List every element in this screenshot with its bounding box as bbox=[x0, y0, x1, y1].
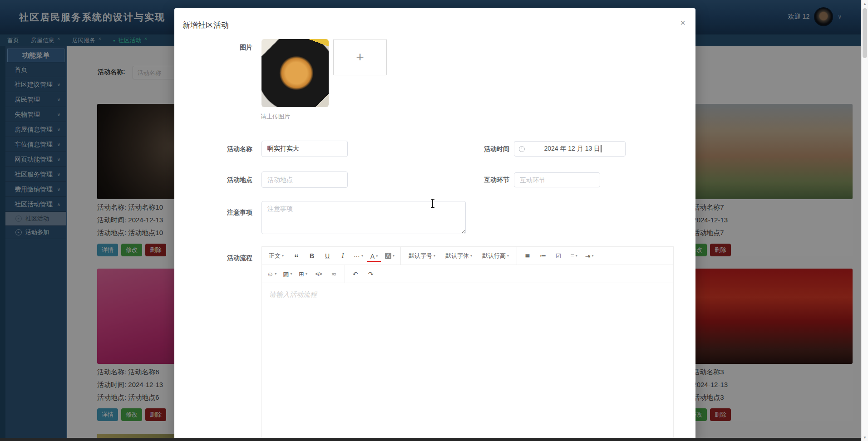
dropdown-arrow-icon: ▾ bbox=[576, 254, 577, 258]
page-scrollbar[interactable]: ▲ ▼ bbox=[861, 0, 868, 441]
line-height-dropdown[interactable]: 默认行高 ▾ bbox=[478, 249, 513, 263]
dropdown-arrow-icon: ▾ bbox=[507, 254, 509, 258]
italic-icon[interactable]: I bbox=[336, 249, 350, 263]
divider-icon[interactable]: ≂ bbox=[327, 267, 341, 281]
toolbar-glyph: ≡ bbox=[571, 252, 574, 260]
toolbar-glyph: ≂ bbox=[331, 270, 337, 278]
plus-icon: + bbox=[356, 49, 364, 65]
insert-image-dropdown[interactable]: ▨ ▾ bbox=[281, 267, 294, 281]
time-field-label: 活动时间 bbox=[456, 141, 509, 157]
dropdown-arrow-icon: ▾ bbox=[275, 272, 276, 276]
clock-icon bbox=[519, 146, 525, 152]
toolbar-glyph: ▨ bbox=[283, 270, 289, 278]
toolbar-glyph: A bbox=[385, 253, 391, 259]
activity-time-input[interactable]: 2024 年 12 月 13 日 bbox=[514, 141, 626, 157]
toolbar-glyph: U bbox=[325, 252, 330, 260]
underline-icon[interactable]: U bbox=[321, 249, 334, 263]
paragraph-style-dropdown[interactable]: 正文 ▾ bbox=[265, 249, 288, 263]
toolbar-glyph: A bbox=[370, 253, 375, 260]
toolbar-separator bbox=[345, 265, 345, 283]
bold-icon[interactable]: B bbox=[305, 249, 319, 263]
dropdown-arrow-icon: ▾ bbox=[376, 253, 378, 260]
activity-place-input[interactable] bbox=[261, 172, 348, 188]
dropdown-arrow-icon: ▾ bbox=[291, 272, 292, 276]
toolbar-label: 默认行高 bbox=[482, 252, 506, 260]
toolbar-separator bbox=[400, 247, 401, 265]
scroll-up-arrow[interactable]: ▲ bbox=[862, 0, 868, 7]
more-styles-dropdown[interactable]: ⋯ ▾ bbox=[351, 249, 365, 263]
toolbar-glyph: ≣ bbox=[525, 252, 530, 260]
toolbar-glyph: ↶ bbox=[353, 270, 358, 278]
toolbar-label: 默认字体 bbox=[445, 252, 469, 260]
name-field-label: 活动名称 bbox=[202, 141, 252, 157]
font-family-dropdown[interactable]: 默认字体 ▾ bbox=[441, 249, 476, 263]
uploaded-food-image[interactable] bbox=[261, 39, 329, 107]
editor-content-area[interactable]: 请输入活动流程 bbox=[262, 283, 673, 441]
dropdown-arrow-icon: ▾ bbox=[393, 254, 395, 258]
editor-toolbar-row2: ☺ ▾ ▨ ▾ ⊞ ▾ </> ≂ ↶ ↷ bbox=[262, 265, 673, 283]
editor-placeholder: 请输入活动流程 bbox=[269, 290, 666, 299]
place-field-label: 活动地点 bbox=[202, 172, 252, 188]
text-caret bbox=[601, 145, 602, 152]
activity-time-value: 2024 年 12 月 13 日 bbox=[525, 145, 621, 153]
interact-input[interactable] bbox=[514, 172, 600, 187]
toolbar-glyph: ☑ bbox=[556, 252, 562, 260]
modal-title: 新增社区活动 bbox=[182, 20, 229, 30]
align-dropdown[interactable]: ≡ ▾ bbox=[567, 249, 581, 263]
toolbar-glyph: B bbox=[310, 252, 314, 260]
toolbar-label: 默认字号 bbox=[409, 252, 432, 260]
editor-toolbar-row1: 正文 ▾ “ B U I ⋯ ▾ A ▾ A bbox=[262, 247, 673, 265]
bg-color-dropdown[interactable]: A ▾ bbox=[383, 249, 397, 263]
todo-list-icon[interactable]: ☑ bbox=[552, 249, 565, 263]
dropdown-arrow-icon: ▾ bbox=[434, 254, 435, 258]
undo-icon[interactable]: ↶ bbox=[349, 267, 362, 281]
toolbar-glyph: ⇥ bbox=[585, 252, 591, 260]
mouse-text-cursor bbox=[430, 199, 435, 208]
dropdown-arrow-icon: ▾ bbox=[361, 254, 363, 258]
add-activity-modal: 新增社区活动 × 图片 + 请上传图片 活动名称 活动时间 2024 年 12 … bbox=[174, 8, 695, 441]
font-size-dropdown[interactable]: 默认字号 ▾ bbox=[404, 249, 439, 263]
scroll-down-arrow[interactable]: ▼ bbox=[862, 434, 868, 441]
indent-dropdown[interactable]: ⇥ ▾ bbox=[582, 249, 596, 263]
image-field-label: 图片 bbox=[202, 39, 252, 55]
toolbar-glyph: “ bbox=[294, 255, 299, 260]
font-color-dropdown[interactable]: A ▾ bbox=[367, 252, 381, 262]
toolbar-glyph: ⊞ bbox=[299, 270, 304, 278]
toolbar-glyph: </> bbox=[315, 271, 321, 277]
scrollbar-thumb[interactable] bbox=[863, 8, 867, 58]
rich-text-editor: 正文 ▾ “ B U I ⋯ ▾ A ▾ A bbox=[261, 246, 674, 441]
ordered-list-icon[interactable]: ≔ bbox=[536, 249, 550, 263]
dropdown-arrow-icon: ▾ bbox=[470, 254, 472, 258]
bottom-edge-strip bbox=[0, 438, 861, 441]
dropdown-arrow-icon: ▾ bbox=[592, 254, 593, 258]
toolbar-glyph: ↷ bbox=[368, 270, 374, 278]
toolbar-separator bbox=[517, 247, 517, 265]
emoji-dropdown[interactable]: ☺ ▾ bbox=[265, 267, 279, 281]
toolbar-glyph: ⋯ bbox=[354, 252, 360, 260]
activity-name-input[interactable] bbox=[261, 141, 348, 157]
dropdown-arrow-icon: ▾ bbox=[282, 254, 284, 258]
toolbar-label: 正文 bbox=[269, 252, 281, 260]
close-icon[interactable]: × bbox=[680, 18, 686, 27]
notes-field-label: 注意事项 bbox=[202, 204, 252, 220]
bullet-list-icon[interactable]: ≣ bbox=[521, 249, 534, 263]
toolbar-glyph: I bbox=[342, 252, 344, 260]
redo-icon[interactable]: ↷ bbox=[364, 267, 378, 281]
blockquote-icon[interactable]: “ bbox=[290, 249, 303, 263]
datetime-text: 2024 年 12 月 13 日 bbox=[544, 145, 600, 152]
interact-field-label: 互动环节 bbox=[456, 172, 509, 188]
image-upload-button[interactable]: + bbox=[333, 39, 387, 75]
notes-textarea[interactable] bbox=[261, 201, 466, 234]
upload-hint: 请上传图片 bbox=[261, 113, 290, 121]
flow-field-label: 活动流程 bbox=[202, 250, 252, 266]
toolbar-glyph: ≔ bbox=[540, 252, 546, 260]
dropdown-arrow-icon: ▾ bbox=[306, 272, 307, 276]
insert-table-dropdown[interactable]: ⊞ ▾ bbox=[296, 267, 310, 281]
code-block-icon[interactable]: </> bbox=[312, 267, 326, 281]
toolbar-glyph: ☺ bbox=[267, 270, 273, 278]
